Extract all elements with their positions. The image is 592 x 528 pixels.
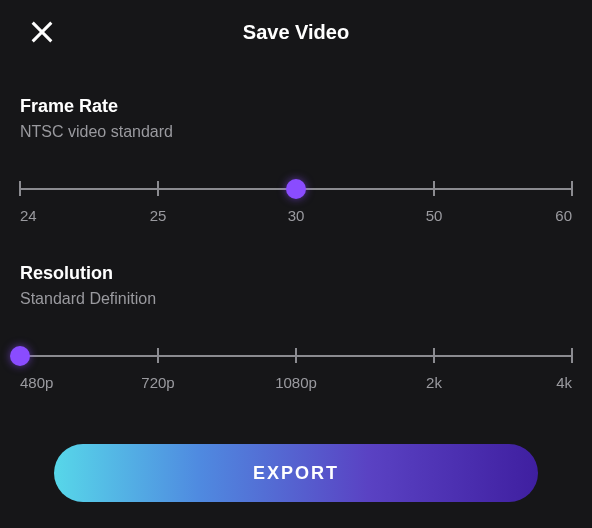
frame-rate-slider[interactable] [20, 177, 572, 201]
slider-thumb[interactable] [286, 179, 306, 199]
export-button[interactable]: EXPORT [54, 444, 538, 502]
slider-label: 60 [555, 207, 572, 224]
slider-tick [19, 181, 21, 196]
slider-tick [295, 348, 297, 363]
resolution-slider[interactable] [20, 344, 572, 368]
export-label: EXPORT [253, 463, 339, 484]
slider-tick [571, 181, 573, 196]
slider-tick [433, 348, 435, 363]
slider-label: 4k [556, 374, 572, 391]
slider-tick [157, 181, 159, 196]
resolution-subtitle: Standard Definition [20, 290, 572, 308]
close-icon [28, 32, 56, 49]
slider-label: 480p [20, 374, 53, 391]
slider-label: 1080p [275, 374, 317, 391]
slider-tick [157, 348, 159, 363]
slider-tick [433, 181, 435, 196]
frame-rate-title: Frame Rate [20, 96, 572, 117]
slider-label: 720p [141, 374, 174, 391]
frame-rate-subtitle: NTSC video standard [20, 123, 572, 141]
resolution-labels: 480p720p1080p2k4k [20, 374, 572, 398]
frame-rate-labels: 2425305060 [20, 207, 572, 231]
resolution-title: Resolution [20, 263, 572, 284]
slider-label: 2k [426, 374, 442, 391]
slider-label: 30 [288, 207, 305, 224]
page-title: Save Video [0, 0, 592, 64]
slider-label: 24 [20, 207, 37, 224]
slider-label: 50 [426, 207, 443, 224]
slider-thumb[interactable] [10, 346, 30, 366]
slider-tick [571, 348, 573, 363]
close-button[interactable] [28, 18, 56, 46]
slider-label: 25 [150, 207, 167, 224]
